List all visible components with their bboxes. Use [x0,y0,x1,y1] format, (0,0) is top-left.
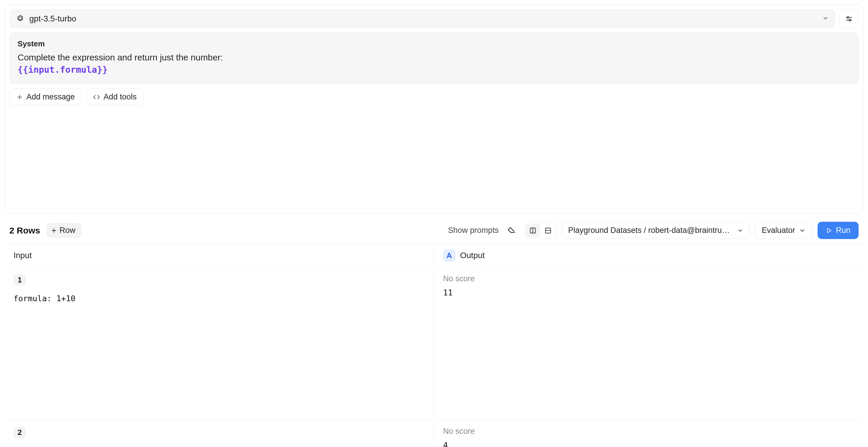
output-badge: A [443,249,456,262]
system-label: System [18,39,850,49]
settings-button[interactable] [840,10,858,28]
editor-panel: gpt-3.5-turbo [5,5,863,213]
model-name: gpt-3.5-turbo [29,14,76,24]
svg-point-3 [849,19,851,21]
input-header-label: Input [13,251,32,260]
output-value: 4 [443,441,855,447]
output-cell: No score 4 [434,420,863,447]
evaluator-label: Evaluator [762,226,795,235]
toolbar: 2 Rows Row Show prompts [5,222,863,244]
add-row-button[interactable]: Row [46,223,81,238]
add-tools-button[interactable]: Add tools [86,89,144,105]
chevron-down-icon [799,227,806,234]
erase-button[interactable] [504,223,519,238]
code-icon [93,94,100,100]
table-header: Input A Output [5,244,863,267]
play-icon [826,227,832,234]
output-header-label: Output [460,251,485,260]
chevron-down-icon [737,227,743,234]
input-cell: 2 formula: 2+2 [5,420,434,447]
output-value: 11 [443,288,855,297]
column-header-input: Input [5,244,434,267]
score-label: No score [443,274,855,283]
system-variable: {{input.formula}} [18,64,107,75]
columns-icon [529,227,537,234]
column-header-output: A Output [434,244,863,267]
layout-rows-button[interactable] [541,224,555,237]
system-prompt-text: Complete the expression and return just … [18,53,223,62]
model-selector[interactable]: gpt-3.5-turbo [10,10,835,28]
table-row[interactable]: 2 formula: 2+2 No score 4 [5,420,863,447]
eraser-icon [507,226,516,235]
dataset-dropdown[interactable]: Playground Datasets / robert-data@braint… [562,222,749,239]
run-button[interactable]: Run [817,222,859,239]
run-label: Run [836,226,850,235]
system-message-box[interactable]: System Complete the expression and retur… [10,33,858,84]
add-message-label: Add message [26,92,75,101]
plus-icon [51,227,57,234]
score-label: No score [443,427,855,436]
row-number: 2 [13,427,26,438]
dataset-label: Playground Datasets / robert-data@braint… [568,226,733,235]
row-number: 1 [13,274,26,286]
formula-text: formula: 1+10 [13,294,425,303]
layout-toggle [524,222,557,238]
add-tools-label: Add tools [103,92,137,101]
svg-point-1 [847,17,849,18]
plus-icon [17,94,23,100]
chevron-down-icon [822,14,829,24]
evaluator-dropdown[interactable]: Evaluator [755,222,812,239]
openai-icon [16,14,25,23]
layout-columns-button[interactable] [526,224,540,237]
table-row[interactable]: 1 formula: 1+10 No score 11 [5,267,863,420]
add-message-button[interactable]: Add message [10,89,82,105]
output-cell: No score 11 [434,267,863,419]
show-prompts-toggle[interactable]: Show prompts [448,226,499,235]
system-text: Complete the expression and return just … [18,51,850,76]
input-cell: 1 formula: 1+10 [5,267,434,419]
svg-marker-13 [828,228,831,233]
rows-icon [544,227,552,234]
rows-count-label: 2 Rows [9,226,40,236]
add-row-label: Row [60,226,75,235]
